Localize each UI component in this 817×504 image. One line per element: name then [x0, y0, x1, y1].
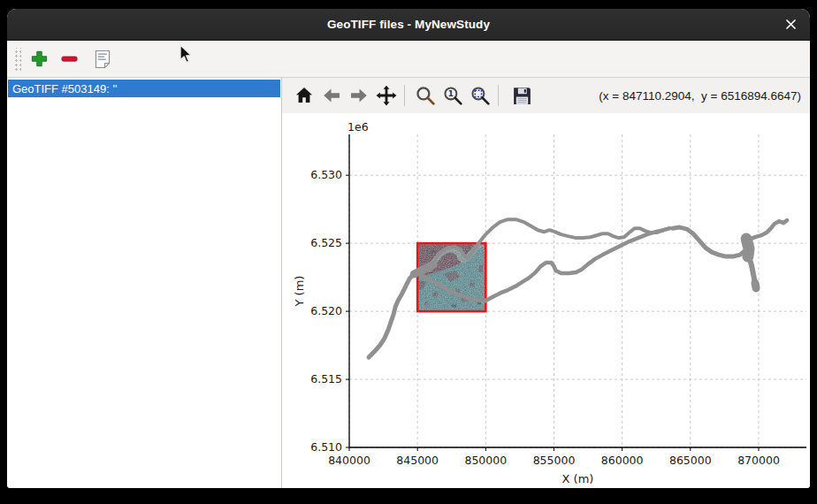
list-item-geotiff[interactable]: GeoTIFF #503149: ''	[8, 80, 280, 97]
zoom-button[interactable]	[413, 83, 438, 108]
axes: 8400008450008500008550008600008650008700…	[293, 120, 806, 485]
home-button[interactable]	[292, 83, 317, 108]
remove-geotiff-button[interactable]	[57, 46, 81, 73]
svg-text:860000: 860000	[601, 454, 644, 467]
plus-icon	[29, 49, 50, 69]
save-icon	[511, 85, 533, 107]
svg-text:840000: 840000	[328, 454, 370, 467]
forward-button[interactable]	[347, 83, 371, 108]
document-icon	[92, 48, 113, 70]
svg-text:6.525: 6.525	[310, 236, 342, 249]
geotiff-list-panel: GeoTIFF #503149: ''	[7, 78, 282, 488]
map-plot[interactable]: 8400008450008500008550008600008650008700…	[282, 113, 810, 488]
track-northeast-exit	[749, 220, 787, 240]
svg-text:6.520: 6.520	[310, 304, 342, 317]
forward-icon	[348, 85, 370, 106]
pan-icon	[375, 84, 398, 107]
plot-canvas-area: 8400008450008500008550008600008650008700…	[282, 113, 810, 488]
toolbar-separator	[404, 85, 405, 106]
main-toolbar	[7, 41, 810, 78]
close-button[interactable]	[779, 12, 803, 36]
track-merged	[673, 227, 749, 256]
svg-text:850000: 850000	[464, 454, 507, 467]
svg-text:X (m): X (m)	[562, 472, 594, 485]
track-north-branch	[478, 219, 668, 243]
plot-toolbar: 1	[282, 78, 810, 113]
y-axis-label: Y (m)	[293, 276, 306, 308]
home-icon	[294, 85, 315, 106]
svg-text:870000: 870000	[737, 454, 780, 467]
toolbar-separator	[498, 85, 499, 106]
screen: GeoTIFF files - MyNewStudy	[0, 0, 817, 504]
content-area: GeoTIFF #503149: ''	[7, 78, 810, 488]
zoom-icon	[415, 85, 437, 107]
zoom-original-button[interactable]: 1	[440, 83, 465, 108]
app-window: GeoTIFF files - MyNewStudy	[7, 9, 810, 488]
svg-text:865000: 865000	[669, 454, 712, 467]
titlebar[interactable]: GeoTIFF files - MyNewStudy	[7, 9, 810, 41]
svg-text:845000: 845000	[396, 454, 439, 467]
zoom-rect-icon	[470, 85, 492, 107]
minus-icon	[59, 49, 80, 69]
svg-text:6.515: 6.515	[310, 372, 342, 386]
save-button[interactable]	[509, 83, 534, 108]
toolbar-drag-handle[interactable]	[13, 48, 21, 71]
plot-panel: 1	[282, 78, 810, 488]
svg-text:1: 1	[447, 89, 453, 98]
zoom-original-icon: 1	[442, 85, 464, 107]
cursor-coordinates: (x = 847110.2904, y = 6516894.6647)	[599, 89, 801, 103]
svg-text:855000: 855000	[533, 454, 576, 467]
svg-text:6.510: 6.510	[310, 440, 342, 454]
close-icon	[784, 18, 798, 31]
back-button[interactable]	[319, 83, 344, 108]
pan-button[interactable]	[374, 83, 399, 108]
svg-text:6.530: 6.530	[310, 168, 342, 181]
add-geotiff-button[interactable]	[27, 46, 51, 73]
zoom-rect-button[interactable]	[468, 83, 492, 108]
svg-text:1e6: 1e6	[347, 120, 369, 134]
back-icon	[321, 85, 342, 106]
track-spur-end	[755, 283, 756, 288]
notes-button[interactable]	[90, 46, 115, 73]
window-title: GeoTIFF files - MyNewStudy	[327, 18, 490, 31]
